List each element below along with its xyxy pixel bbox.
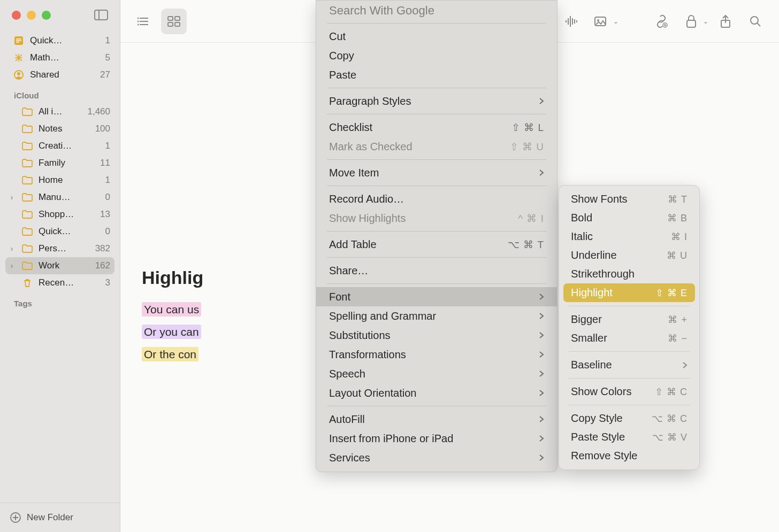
shortcut: ⌘ U — [667, 250, 688, 261]
gallery-view-button[interactable] — [161, 9, 187, 34]
sidebar-item-count: 382 — [95, 243, 110, 254]
minimize-window-button[interactable] — [27, 11, 36, 20]
folder-icon — [21, 159, 33, 167]
lock-button[interactable] — [678, 9, 704, 34]
svg-rect-10 — [175, 17, 180, 20]
sidebar-folder-quick[interactable]: Quick… 0 — [5, 223, 114, 240]
svg-rect-16 — [687, 20, 696, 27]
submenu-item-bold[interactable]: Bold⌘ B — [563, 209, 695, 227]
sidebar-folder-creative[interactable]: Creati… 1 — [5, 137, 114, 155]
zoom-window-button[interactable] — [42, 11, 51, 20]
shortcut: ⌘ B — [667, 212, 688, 224]
sidebar-item-label: Home — [39, 175, 63, 186]
sidebar-item-label: Quick… — [30, 35, 62, 46]
chevron-down-icon[interactable]: ⌄ — [613, 18, 618, 25]
link-button[interactable] — [648, 9, 674, 34]
chevron-down-icon[interactable]: ⌄ — [703, 18, 708, 25]
menu-item-services[interactable]: Services — [316, 448, 557, 467]
menu-item-paragraph-styles[interactable]: Paragraph Styles — [316, 91, 557, 111]
folder-icon — [21, 261, 33, 270]
plus-circle-icon — [10, 512, 21, 523]
shortcut: ⌘ − — [668, 333, 688, 344]
sidebar-item-label: Recen… — [39, 277, 74, 288]
submenu-item-remove-style[interactable]: Remove Style — [563, 446, 695, 465]
sidebar-item-label: Shopp… — [39, 209, 74, 220]
sidebar-folder-family[interactable]: Family 11 — [5, 155, 114, 172]
svg-rect-12 — [175, 22, 180, 26]
sidebar-item-math[interactable]: Math… 5 — [5, 49, 114, 66]
sidebar-item-count: 1 — [105, 141, 110, 151]
menu-separator — [327, 257, 546, 258]
disclosure-icon[interactable]: › — [7, 244, 16, 253]
folder-icon — [21, 107, 33, 116]
menu-item-substitutions[interactable]: Substitutions — [316, 326, 557, 345]
sidebar-item-label: Manu… — [39, 192, 71, 203]
svg-point-18 — [751, 17, 758, 24]
submenu-item-smaller[interactable]: Smaller⌘ − — [563, 329, 695, 348]
chevron-right-icon — [539, 293, 544, 300]
share-button[interactable] — [713, 9, 738, 34]
chevron-right-icon — [539, 389, 544, 397]
list-view-button[interactable] — [131, 9, 157, 34]
menu-item-copy[interactable]: Copy — [316, 46, 557, 65]
submenu-item-paste-style[interactable]: Paste Style⌥ ⌘ V — [563, 428, 695, 446]
shortcut: ⌘ I — [671, 231, 688, 243]
sidebar-section-label: iCloud — [5, 83, 114, 103]
menu-separator — [327, 114, 546, 114]
menu-item-record-audio[interactable]: Record Audio… — [316, 189, 557, 209]
menu-item-cut[interactable]: Cut — [316, 27, 557, 46]
sidebar-folder-all[interactable]: All i… 1,460 — [5, 103, 114, 120]
svg-point-4 — [17, 72, 20, 75]
menu-item-checklist[interactable]: Checklist⇧ ⌘ L — [316, 118, 557, 137]
sidebar-folder-recent[interactable]: Recen… 3 — [5, 274, 114, 291]
submenu-item-strikethrough[interactable]: Strikethrough — [563, 265, 695, 283]
media-button[interactable] — [589, 9, 614, 34]
menu-item-layout[interactable]: Layout Orientation — [316, 383, 557, 403]
menu-item-share[interactable]: Share… — [316, 261, 557, 280]
menu-separator — [327, 406, 546, 406]
menu-item-search-google[interactable]: Search With Google — [316, 4, 557, 20]
sidebar-folder-manu[interactable]: › Manu… 0 — [5, 189, 114, 206]
submenu-item-baseline[interactable]: Baseline — [563, 356, 695, 374]
chevron-right-icon — [539, 97, 544, 105]
submenu-item-bigger[interactable]: Bigger⌘ + — [563, 310, 695, 329]
search-button[interactable] — [743, 9, 768, 34]
chevron-right-icon — [539, 435, 544, 442]
sidebar-folder-notes[interactable]: Notes 100 — [5, 120, 114, 137]
sidebar-item-quick-notes[interactable]: Quick… 1 — [5, 32, 114, 49]
close-window-button[interactable] — [12, 11, 21, 20]
sidebar-folder-shopping[interactable]: Shopp… 13 — [5, 206, 114, 223]
svg-rect-11 — [168, 22, 173, 26]
sidebar-folder-work[interactable]: › Work 162 — [5, 257, 114, 274]
menu-item-autofill[interactable]: AutoFill — [316, 410, 557, 429]
sidebar-folder-personal[interactable]: › Pers… 382 — [5, 240, 114, 257]
menu-item-show-highlights: Show Highlights^ ⌘ I — [316, 209, 557, 228]
shortcut: ⇧ ⌘ U — [510, 141, 544, 153]
menu-item-add-table[interactable]: Add Table⌥ ⌘ T — [316, 235, 557, 254]
submenu-item-underline[interactable]: Underline⌘ U — [563, 246, 695, 265]
menu-item-speech[interactable]: Speech — [316, 364, 557, 383]
menu-item-insert-iphone[interactable]: Insert from iPhone or iPad — [316, 429, 557, 448]
menu-item-paste[interactable]: Paste — [316, 65, 557, 84]
disclosure-icon[interactable]: › — [7, 261, 16, 270]
svg-point-7 — [138, 20, 139, 22]
svg-point-14 — [597, 19, 599, 21]
submenu-item-show-colors[interactable]: Show Colors⇧ ⌘ C — [563, 382, 695, 401]
menu-separator — [327, 231, 546, 232]
sidebar-item-count: 162 — [95, 260, 110, 271]
menu-item-font[interactable]: Font — [316, 287, 557, 306]
submenu-item-copy-style[interactable]: Copy Style⌥ ⌘ C — [563, 409, 695, 428]
disclosure-icon[interactable]: › — [7, 193, 16, 202]
submenu-item-highlight[interactable]: Highlight⇧ ⌘ E — [563, 283, 695, 302]
menu-item-transformations[interactable]: Transformations — [316, 345, 557, 364]
menu-item-move-item[interactable]: Move Item — [316, 163, 557, 182]
toggle-sidebar-button[interactable] — [94, 10, 108, 20]
submenu-item-italic[interactable]: Italic⌘ I — [563, 227, 695, 246]
new-folder-button[interactable]: New Folder — [0, 503, 120, 532]
shortcut: ⌥ ⌘ T — [508, 238, 544, 251]
audio-button[interactable] — [559, 9, 584, 34]
sidebar-item-shared[interactable]: Shared 27 — [5, 66, 114, 83]
sidebar-folder-home[interactable]: Home 1 — [5, 172, 114, 189]
submenu-item-show-fonts[interactable]: Show Fonts⌘ T — [563, 190, 695, 209]
menu-item-spelling[interactable]: Spelling and Grammar — [316, 306, 557, 326]
